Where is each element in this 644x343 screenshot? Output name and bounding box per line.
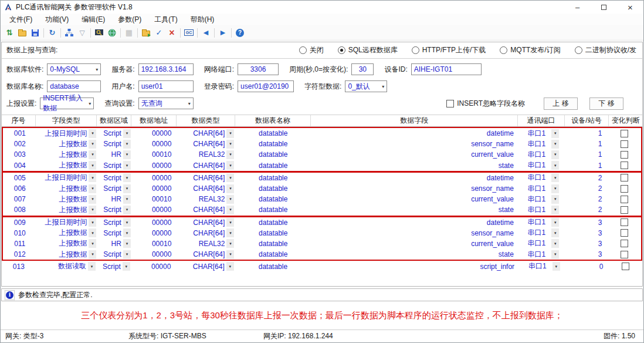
cell-station[interactable]: 1: [564, 160, 608, 171]
dropdown-arrow-icon[interactable]: [123, 228, 131, 237]
cell-data-area[interactable]: Script: [97, 204, 131, 215]
import-icon[interactable]: [140, 26, 152, 39]
dropdown-arrow-icon[interactable]: [226, 206, 234, 214]
cell-data-field[interactable]: sensor_name: [311, 139, 517, 149]
dropdown-arrow-icon[interactable]: [551, 173, 559, 182]
cell-station[interactable]: 1: [564, 149, 608, 160]
dropdown-arrow-icon[interactable]: [89, 184, 96, 193]
cell-data-area[interactable]: Script: [97, 249, 131, 260]
radio-option-0[interactable]: 关闭: [299, 45, 324, 55]
dropdown-arrow-icon[interactable]: [123, 250, 131, 259]
cell-station[interactable]: 2: [564, 194, 608, 204]
dropdown-arrow-icon[interactable]: [226, 140, 234, 149]
cell-data-field[interactable]: sensor_name: [311, 183, 517, 194]
change-checkbox[interactable]: [622, 263, 629, 270]
cell-data-area[interactable]: Script: [97, 128, 131, 139]
cell-address[interactable]: 00010: [132, 194, 177, 204]
refresh-icon[interactable]: ↻: [46, 26, 59, 39]
menu-item-4[interactable]: 工具(T): [148, 14, 184, 26]
char-data-select[interactable]: 0_默认: [345, 80, 387, 92]
help-icon[interactable]: ?: [233, 26, 246, 39]
dropdown-arrow-icon[interactable]: [226, 173, 234, 182]
dropdown-arrow-icon[interactable]: [123, 173, 131, 182]
cell-table-name[interactable]: datatable: [235, 173, 311, 183]
cell-station[interactable]: 3: [564, 238, 608, 249]
cell-data-type[interactable]: CHAR[64]: [177, 261, 235, 272]
dropdown-arrow-icon[interactable]: [551, 218, 559, 227]
move-down-button[interactable]: 下 移: [589, 97, 623, 110]
dropdown-arrow-icon[interactable]: [551, 150, 559, 159]
open-icon[interactable]: [16, 26, 29, 39]
radio-option-2[interactable]: HTTP/FTP上传/下载: [412, 45, 486, 55]
dropdown-arrow-icon[interactable]: [551, 239, 559, 248]
cell-data-area[interactable]: Script: [97, 217, 131, 228]
cell-comm-port[interactable]: 串口1: [518, 261, 565, 272]
dropdown-arrow-icon[interactable]: [551, 206, 559, 214]
cell-address[interactable]: 00000: [132, 160, 177, 171]
cell-field-type[interactable]: 上报数据: [36, 183, 97, 194]
db-name-input[interactable]: [47, 80, 101, 92]
cell-table-name[interactable]: datatable: [235, 249, 311, 260]
cell-table-name[interactable]: datatable: [235, 261, 311, 272]
cell-station[interactable]: 2: [564, 173, 608, 183]
change-checkbox[interactable]: [621, 151, 628, 159]
insert-ignore-option[interactable]: INSERT忽略字段名称: [446, 99, 525, 109]
dropdown-arrow-icon[interactable]: [551, 250, 559, 259]
cell-field-type[interactable]: 上报日期时间: [36, 173, 97, 183]
cell-data-field[interactable]: state: [311, 204, 517, 215]
cell-data-field[interactable]: sensor_name: [311, 228, 517, 238]
dropdown-arrow-icon[interactable]: [123, 218, 131, 227]
cell-data-field[interactable]: datetime: [311, 173, 517, 183]
cell-data-type[interactable]: CHAR[64]: [177, 217, 235, 228]
cell-data-type[interactable]: REAL32: [177, 194, 235, 204]
dropdown-arrow-icon[interactable]: [89, 195, 96, 204]
cell-address[interactable]: 00000: [132, 128, 177, 139]
monitor-search-icon[interactable]: [93, 26, 106, 39]
cell-data-area[interactable]: HR: [97, 238, 131, 249]
report-setting-select[interactable]: INSERT插入数据: [40, 97, 94, 109]
dropdown-arrow-icon[interactable]: [89, 129, 96, 138]
db-software-select[interactable]: 0-MySQL: [47, 63, 101, 75]
cell-data-field[interactable]: datetime: [311, 128, 517, 139]
change-checkbox[interactable]: [621, 162, 628, 169]
next-icon[interactable]: ▶: [216, 26, 229, 39]
change-checkbox[interactable]: [621, 218, 628, 226]
dropdown-arrow-icon[interactable]: [123, 184, 131, 193]
dropdown-arrow-icon[interactable]: [551, 161, 559, 170]
dropdown-arrow-icon[interactable]: [123, 206, 131, 214]
cell-field-type[interactable]: 上报数据: [36, 139, 97, 149]
cell-data-field[interactable]: datetime: [311, 217, 517, 228]
cell-data-type[interactable]: CHAR[64]: [177, 183, 235, 194]
menu-item-3[interactable]: 参数(P): [111, 14, 148, 26]
dropdown-arrow-icon[interactable]: [123, 161, 131, 170]
cell-station[interactable]: 2: [564, 204, 608, 215]
cell-data-type[interactable]: CHAR[64]: [177, 228, 235, 238]
filter-icon[interactable]: ▽: [76, 26, 89, 39]
cell-data-area[interactable]: Script: [97, 173, 131, 183]
server-input[interactable]: [138, 63, 194, 75]
cell-address[interactable]: 00000: [132, 204, 177, 215]
cell-station[interactable]: 3: [564, 249, 608, 260]
net-port-input[interactable]: [238, 63, 279, 75]
dropdown-arrow-icon[interactable]: [551, 228, 559, 237]
cell-station[interactable]: 1: [564, 128, 608, 139]
cell-comm-port[interactable]: 串口1: [517, 249, 564, 260]
dropdown-arrow-icon[interactable]: [551, 129, 559, 138]
cell-address[interactable]: 00000: [132, 139, 177, 149]
cell-address[interactable]: 00000: [132, 173, 177, 183]
menu-item-5[interactable]: 帮助(H): [184, 14, 221, 26]
cell-comm-port[interactable]: 串口1: [517, 238, 564, 249]
change-checkbox[interactable]: [621, 251, 628, 258]
cell-comm-port[interactable]: 串口1: [517, 160, 564, 171]
change-checkbox[interactable]: [621, 240, 628, 247]
dropdown-arrow-icon[interactable]: [551, 140, 559, 149]
cell-data-field[interactable]: current_value: [311, 194, 517, 204]
dropdown-arrow-icon[interactable]: [226, 184, 234, 193]
cell-address[interactable]: 00000: [131, 261, 177, 272]
cell-field-type[interactable]: 上报数据: [36, 194, 97, 204]
dropdown-arrow-icon[interactable]: [123, 195, 131, 204]
maximize-icon[interactable]: [591, 1, 617, 14]
cell-data-area[interactable]: Script: [97, 160, 131, 171]
cell-data-area[interactable]: Script: [97, 261, 131, 272]
cell-data-type[interactable]: CHAR[64]: [177, 249, 235, 260]
